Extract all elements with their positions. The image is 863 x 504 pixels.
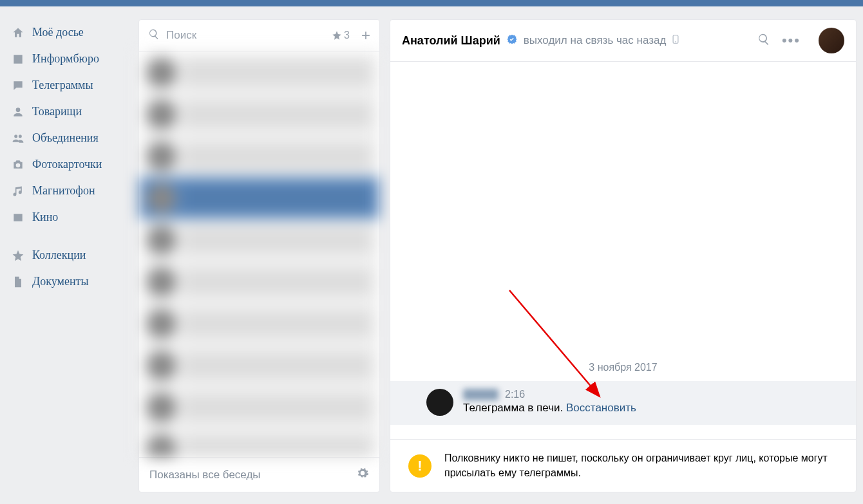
conversation-row[interactable] xyxy=(139,428,379,457)
sidebar-item-label: Кино xyxy=(32,210,58,224)
conversations-footer: Показаны все беседы xyxy=(139,457,379,492)
sidebar-item-messages[interactable]: Телеграммы xyxy=(6,72,129,98)
sidebar-item-label: Информбюро xyxy=(32,52,99,66)
conversation-row[interactable] xyxy=(139,386,379,428)
message-avatar[interactable] xyxy=(426,389,453,416)
favorites-count: 3 xyxy=(344,30,350,41)
warning-icon: ! xyxy=(408,454,432,478)
document-icon xyxy=(12,275,24,288)
sidebar-item-label: Товарищи xyxy=(32,105,82,118)
conversation-row-selected[interactable] xyxy=(139,177,379,219)
sidebar-item-label: Фотокарточки xyxy=(32,158,102,171)
message-row: 2:16 Телеграмма в печи. Восстановить xyxy=(390,381,856,425)
sidebar-item-photos[interactable]: Фотокарточки xyxy=(6,151,129,178)
conversations-header: 3 + xyxy=(139,20,379,51)
conversations-footer-text: Показаны все беседы xyxy=(149,469,261,481)
star-icon xyxy=(12,249,24,262)
main-container: Моё досье Информбюро Телеграммы Товарищи… xyxy=(0,6,863,492)
sidebar-item-label: Объединения xyxy=(32,131,99,145)
top-bar xyxy=(0,0,863,6)
message-text: Телеграмма в печи. Восстановить xyxy=(463,402,843,415)
sidebar-item-documents[interactable]: Документы xyxy=(6,268,129,295)
message-sender-blurred xyxy=(463,389,498,400)
restriction-notice: ! Полковнику никто не пишет, поскольку о… xyxy=(390,439,856,492)
sidebar-item-friends[interactable]: Товарищи xyxy=(6,98,129,125)
sidebar-item-video[interactable]: Кино xyxy=(6,204,129,230)
video-icon xyxy=(12,211,24,224)
sidebar-item-music[interactable]: Магнитофон xyxy=(6,178,129,204)
conversations-panel: 3 + Показаны все беседы xyxy=(138,19,380,492)
sidebar-item-label: Моё досье xyxy=(32,26,84,39)
conversation-row[interactable] xyxy=(139,135,379,177)
sidebar-item-collections[interactable]: Коллекции xyxy=(6,242,129,268)
conversations-list[interactable] xyxy=(139,51,379,457)
chat-avatar[interactable] xyxy=(819,28,844,53)
sidebar-item-groups[interactable]: Объединения xyxy=(6,125,129,151)
conversation-row[interactable] xyxy=(139,261,379,303)
music-icon xyxy=(12,185,24,198)
favorites-filter[interactable]: 3 xyxy=(332,30,350,41)
conversation-row[interactable] xyxy=(139,93,379,135)
sidebar-item-profile[interactable]: Моё досье xyxy=(6,19,129,46)
message-time: 2:16 xyxy=(505,389,525,400)
conversation-row[interactable] xyxy=(139,219,379,261)
conversation-row[interactable] xyxy=(139,303,379,344)
svg-point-1 xyxy=(676,41,677,42)
search-input[interactable] xyxy=(166,29,325,42)
sidebar: Моё досье Информбюро Телеграммы Товарищи… xyxy=(0,19,129,492)
more-icon[interactable]: ••• xyxy=(777,32,806,49)
messages-icon xyxy=(12,79,24,92)
sidebar-item-label: Телеграммы xyxy=(32,79,93,92)
new-conversation-button[interactable]: + xyxy=(356,28,370,43)
star-icon xyxy=(332,30,342,41)
sidebar-item-news[interactable]: Информбюро xyxy=(6,46,129,72)
mobile-icon xyxy=(672,35,679,46)
chat-title[interactable]: Анатолий Шарий xyxy=(402,34,500,48)
news-icon xyxy=(12,53,24,66)
date-separator: 3 ноября 2017 xyxy=(390,354,856,381)
conversation-row[interactable] xyxy=(139,344,379,386)
search-icon xyxy=(148,28,160,42)
chat-panel: Анатолий Шарий выходил на связь час наза… xyxy=(390,19,857,492)
verified-icon xyxy=(507,34,517,47)
sidebar-item-label: Документы xyxy=(32,275,89,288)
restore-link[interactable]: Восстановить xyxy=(566,402,636,414)
message-content: 2:16 Телеграмма в печи. Восстановить xyxy=(463,389,843,415)
friends-icon xyxy=(12,106,24,118)
sidebar-item-label: Магнитофон xyxy=(32,184,95,198)
sidebar-item-label: Коллекции xyxy=(32,248,86,262)
groups-icon xyxy=(12,132,24,145)
sidebar-separator xyxy=(6,230,129,242)
restriction-notice-text: Полковнику никто не пишет, поскольку он … xyxy=(444,451,838,480)
camera-icon xyxy=(12,158,24,171)
gear-icon[interactable] xyxy=(356,467,369,483)
chat-status: выходил на связь час назад xyxy=(524,34,667,47)
chat-body: 3 ноября 2017 2:16 Телеграмма в печи. Во… xyxy=(390,62,856,492)
deleted-message-text: Телеграмма в печи. xyxy=(463,402,563,414)
chat-header: Анатолий Шарий выходил на связь час наза… xyxy=(390,20,856,62)
search-icon[interactable] xyxy=(757,33,770,48)
home-icon xyxy=(12,26,24,39)
conversation-row[interactable] xyxy=(139,51,379,93)
